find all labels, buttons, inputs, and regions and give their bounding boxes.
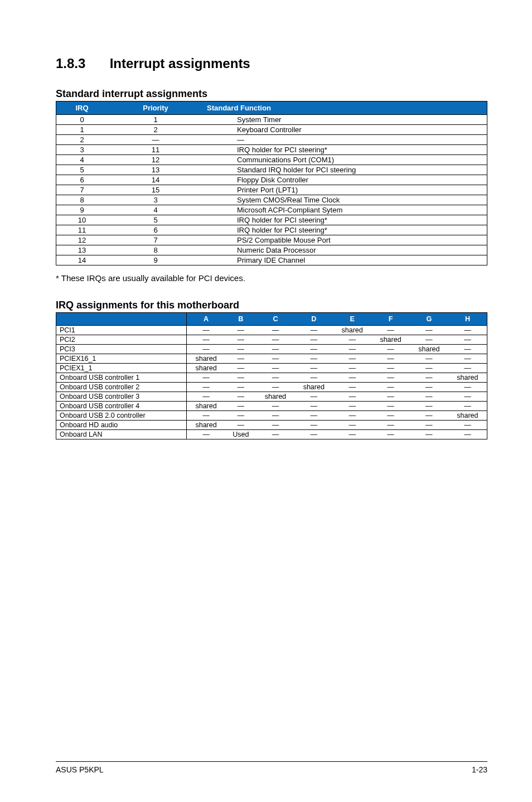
table-row: 01System Timer [56,115,487,125]
table-cell: 4 [56,155,108,165]
table-cell: PCIEX16_1 [56,354,187,364]
table-cell: — [108,135,204,145]
table-cell: — [294,402,333,411]
table-cell: IRQ holder for PCI steering* [204,145,487,155]
table-cell: — [294,326,333,335]
table-cell: — [257,373,295,383]
table-cell: — [410,335,448,345]
table-cell: — [371,373,410,383]
table-cell: shared [187,402,226,411]
table-cell: Onboard LAN [56,430,187,439]
table-cell: — [225,392,256,402]
table-row: 116IRQ holder for PCI steering* [56,225,487,235]
table-cell: — [187,335,226,345]
table-cell: Microsoft ACPI-Compliant Sytem [204,205,487,215]
table-cell: — [187,430,226,439]
std-table-body: 01System Timer12Keyboard Controller2——31… [56,115,487,265]
table-cell: 7 [108,235,204,245]
table-cell: IRQ holder for PCI steering* [204,215,487,225]
table-cell: shared [187,364,226,373]
table-cell: PCIEX1_1 [56,364,187,373]
table-cell: 11 [108,145,204,155]
table-cell: shared [333,326,371,335]
table-cell: — [371,345,410,354]
table-cell: — [257,364,295,373]
table-cell: Used [225,430,256,439]
table-cell: Standard IRQ holder for PCI steering [204,165,487,175]
table-cell: — [371,383,410,392]
table-cell: — [225,364,256,373]
table-cell: 2 [108,125,204,135]
table-row: 311IRQ holder for PCI steering* [56,145,487,155]
std-th-func: Standard Function [204,102,487,115]
table-cell: 6 [108,225,204,235]
table-header-cell [56,313,187,326]
table-row: 149Primary IDE Channel [56,255,487,265]
std-table-title: Standard interrupt assignments [56,88,487,100]
table-cell: PCI1 [56,326,187,335]
table-cell: — [225,335,256,345]
table-cell: shared [410,345,448,354]
table-cell: 5 [108,215,204,225]
table-cell: — [333,364,371,373]
table-cell: 5 [56,165,108,175]
table-cell: Primary IDE Channel [204,255,487,265]
table-header-cell: B [225,313,256,326]
table-cell: Communications Port (COM1) [204,155,487,165]
table-cell: — [371,364,410,373]
table-row: 2—— [56,135,487,145]
table-row: Onboard USB controller 4shared——————— [56,402,487,411]
footer-left: ASUS P5KPL [56,765,104,774]
table-cell: — [225,345,256,354]
table-row: 513Standard IRQ holder for PCI steering [56,165,487,175]
table-cell: — [333,411,371,421]
table-cell: — [333,354,371,364]
table-cell: — [371,430,410,439]
table-cell: — [225,421,256,430]
table-cell: PCI3 [56,345,187,354]
table-cell: 13 [108,165,204,175]
table-cell: — [448,430,487,439]
table-cell: — [294,392,333,402]
table-cell: Floppy Disk Controller [204,175,487,185]
table-cell: — [333,345,371,354]
table-cell: — [448,383,487,392]
table-cell: — [410,364,448,373]
section-title-text: Interrupt assignments [110,56,250,71]
table-row: 412Communications Port (COM1) [56,155,487,165]
table-cell: — [225,326,256,335]
table-cell: — [257,411,295,421]
table-cell: — [333,373,371,383]
table-cell: — [257,335,295,345]
table-cell: — [294,354,333,364]
table-cell: — [225,373,256,383]
table-cell: — [294,364,333,373]
table-cell: — [187,326,226,335]
table-cell: — [187,383,226,392]
table-cell: Onboard USB controller 1 [56,373,187,383]
table-cell: — [294,411,333,421]
table-row: 614Floppy Disk Controller [56,175,487,185]
irq-assignments-table: ABCDEFGH PCI1————shared———PCI2—————share… [56,312,487,439]
table-cell: System Timer [204,115,487,125]
table-cell: — [294,345,333,354]
table-header-cell: E [333,313,371,326]
table-cell: — [257,430,295,439]
table-cell: — [410,430,448,439]
table-cell: shared [294,383,333,392]
table-cell: — [187,345,226,354]
page-footer: ASUS P5KPL 1-23 [56,761,487,774]
table-row: Onboard USB controller 2———shared———— [56,383,487,392]
table-cell: 12 [56,235,108,245]
table-cell: — [294,335,333,345]
table-cell: — [257,326,295,335]
table-cell: 13 [56,245,108,255]
table-cell: — [448,392,487,402]
table-row: Onboard USB controller 3——shared————— [56,392,487,402]
table-header-cell: G [410,313,448,326]
table-cell: 1 [108,115,204,125]
table-cell: — [225,402,256,411]
table-cell: Onboard USB controller 4 [56,402,187,411]
table-cell: 1 [56,125,108,135]
table-cell: PS/2 Compatible Mouse Port [204,235,487,245]
